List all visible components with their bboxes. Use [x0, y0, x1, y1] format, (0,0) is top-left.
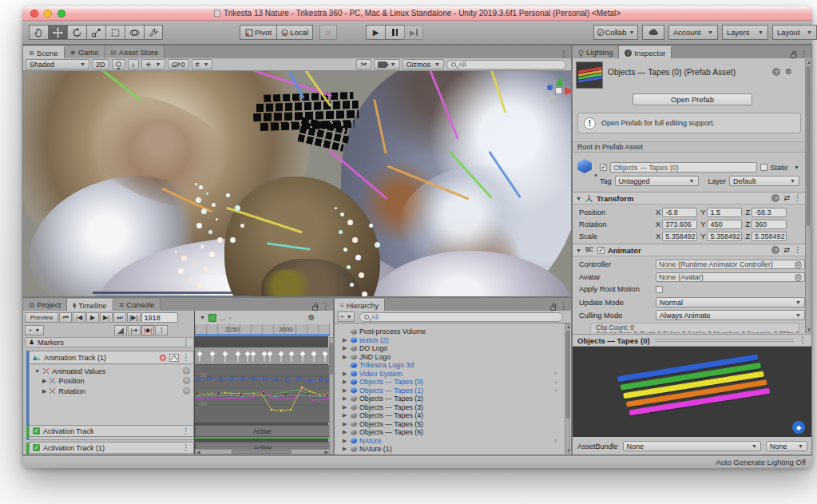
scale-tool-button[interactable] — [86, 25, 105, 40]
active-checkbox[interactable] — [600, 164, 607, 171]
tab-game[interactable]: ◉Game — [65, 46, 105, 58]
timeline-clip-name[interactable]: ... — [220, 314, 226, 322]
scale-y-input[interactable]: 5.358492 — [707, 232, 742, 241]
transform-component-header[interactable]: ▼ Transform ?⇄⋮ — [573, 192, 805, 204]
goto-end-button[interactable]: ⏭ — [113, 312, 126, 323]
step-button[interactable]: ▶ — [404, 25, 423, 40]
layers-dropdown[interactable]: Layers▼ — [722, 25, 768, 40]
track-menu-icon[interactable]: ⋮ — [182, 427, 190, 435]
gameobject-name-input[interactable]: Objects — Tapes (0) — [610, 162, 757, 173]
layout-dropdown[interactable]: Layout▼ — [772, 25, 817, 40]
marker-track-button[interactable]: ⊺ — [155, 325, 168, 335]
tab-project[interactable]: ▨Project — [23, 299, 67, 311]
move-tool-button[interactable] — [48, 25, 67, 40]
position-x-input[interactable]: -6.8 — [662, 208, 697, 217]
scene-effects-dropdown[interactable]: ✳▼ — [141, 59, 165, 69]
help-icon[interactable]: ? — [772, 68, 780, 76]
scale-x-input[interactable]: 5.358492 — [662, 232, 697, 241]
static-caret[interactable]: ▼ — [794, 165, 799, 170]
scene-visibility-toggle[interactable]: 0 — [168, 59, 189, 69]
gizmo-x-axis-icon[interactable] — [565, 87, 571, 95]
preview-drag-handle[interactable] — [655, 339, 794, 342]
curves-toggle-icon[interactable] — [169, 354, 179, 362]
tab-inspector[interactable]: iInspector — [619, 46, 672, 58]
hierarchy-item[interactable]: Trikestra Logo 3d — [335, 361, 565, 370]
hierarchy-item[interactable]: ▶NAture› — [335, 437, 565, 446]
keyframe-strip[interactable] — [195, 347, 330, 364]
object-picker-icon[interactable]: ⊙ — [795, 261, 802, 268]
hierarchy-scrollbar[interactable]: ▲ ▼ — [565, 323, 570, 454]
rotation-property-row[interactable]: ▶ Rotation ⊙ — [30, 386, 193, 396]
rect-tool-button[interactable] — [105, 25, 125, 40]
goto-start-button[interactable]: ⏮ — [59, 312, 72, 323]
timeline-play-button[interactable]: ▶ — [86, 312, 99, 323]
animated-values-row[interactable]: ▼ Animated Values ⊙ — [30, 365, 193, 375]
preview-menu-icon[interactable]: ⋮ — [799, 336, 807, 344]
foldout-closed-icon[interactable]: ▶ — [42, 388, 46, 395]
timeline-preview-button[interactable]: Preview — [25, 312, 58, 323]
hierarchy-item[interactable]: ▶Objects — Tapes (4) — [335, 411, 565, 420]
track-menu-icon[interactable]: ⋮ — [182, 354, 190, 362]
timeline-frame-input[interactable]: 1918 — [141, 312, 178, 323]
custom-tool-button[interactable] — [144, 25, 163, 40]
markers-row[interactable]: ♟ Markers ⋮ — [25, 337, 194, 347]
timeline-settings-gear-icon[interactable]: ⚙ — [307, 314, 315, 322]
collab-dropdown[interactable]: ✓ Collab▼ — [593, 25, 638, 40]
track-menu-icon[interactable]: ⋮ — [182, 444, 190, 452]
open-prefab-chevron-icon[interactable]: › — [554, 387, 557, 394]
scene-orientation-gizmo[interactable] — [541, 74, 571, 111]
gizmo-z-axis-icon[interactable] — [547, 85, 553, 90]
tab-hierarchy[interactable]: ≡Hierarchy — [335, 299, 385, 311]
markers-menu-icon[interactable]: ⋮ — [182, 339, 190, 347]
hierarchy-create-button[interactable]: + ▼ — [338, 312, 355, 322]
assetbundle-variant-dropdown[interactable]: None▼ — [766, 441, 807, 451]
hierarchy-item[interactable]: ▶JND Logo — [335, 353, 565, 362]
curve-toggle-icon[interactable]: ⊙ — [183, 367, 190, 375]
inspector-menu-icon[interactable]: ⋮ — [800, 50, 808, 58]
tab-scene[interactable]: ⊞Scene — [23, 46, 65, 58]
asset-labels-icon[interactable]: ◆ — [792, 421, 805, 434]
timeline-menu-icon[interactable]: ⋮ — [322, 303, 330, 311]
open-prefab-button[interactable]: Open Prefab — [633, 93, 752, 105]
position-property-row[interactable]: ▶ Position ⊙ — [30, 375, 193, 386]
curve-editor[interactable]: 50 -50 — [195, 365, 330, 423]
pivot-toggle-button[interactable]: Pivot — [240, 25, 276, 40]
hierarchy-item[interactable]: ▶Objects — Tapes (1)› — [335, 387, 565, 395]
open-prefab-chevron-icon[interactable]: › — [554, 437, 557, 444]
update-mode-dropdown[interactable]: Normal▼ — [656, 297, 805, 308]
inspector-scrollbar[interactable]: ▲ ▼ — [805, 59, 811, 333]
timeline-range-bar[interactable] — [195, 334, 330, 336]
tab-console[interactable]: ≣Console — [113, 299, 161, 311]
grid-visibility-dropdown[interactable]: #▼ — [192, 59, 213, 69]
timeline-add-button[interactable]: + ▼ — [25, 325, 44, 335]
scene-menu-icon[interactable]: ⋮ — [560, 50, 568, 58]
timeline-options-caret[interactable]: ▼ — [200, 315, 205, 320]
rotation-z-input[interactable]: 360 — [752, 220, 787, 229]
open-prefab-chevron-icon[interactable]: › — [554, 370, 557, 377]
animator-component-header[interactable]: ▼ Animator ?⇄⋮ — [573, 244, 805, 256]
hand-tool-button[interactable] — [29, 25, 48, 40]
apply-root-motion-checkbox[interactable] — [656, 286, 663, 293]
position-y-input[interactable]: 1.5 — [707, 208, 742, 217]
hierarchy-item[interactable]: ▶Objects — Tapes (2) — [335, 395, 565, 403]
layer-dropdown[interactable]: Default▼ — [729, 176, 799, 186]
gizmo-center-cube-icon[interactable] — [555, 87, 562, 94]
hierarchy-item[interactable]: ▶NAture (1) — [335, 445, 565, 454]
scene-search-input[interactable]: All — [446, 60, 566, 69]
gizmo-axis-gray-icon[interactable] — [546, 93, 557, 105]
hierarchy-item[interactable]: ▶DO Logo — [335, 344, 565, 353]
hierarchy-item[interactable]: ▶Objects — Tapes (3) — [335, 403, 565, 412]
animator-enabled-checkbox[interactable] — [597, 247, 605, 254]
foldout-open-icon[interactable]: ▼ — [576, 248, 581, 253]
play-range-button[interactable]: [▶] — [127, 312, 141, 323]
lock-icon[interactable] — [791, 54, 796, 58]
avatar-object-field[interactable]: None (Avatar)⊙ — [656, 272, 805, 282]
culling-mode-dropdown[interactable]: Always Animate▼ — [656, 310, 805, 320]
hierarchy-search-input[interactable]: All — [359, 312, 563, 322]
activation-track-header[interactable]: ✓ Activation Track ⋮ — [29, 425, 194, 437]
controller-object-field[interactable]: None (Runtime Animator Controller)⊙ — [656, 260, 805, 269]
foldout-closed-icon[interactable]: ▶ — [42, 378, 46, 384]
tab-lighting[interactable]: Lighting — [573, 46, 619, 58]
component-menu-icon[interactable]: ⋮ — [794, 194, 802, 202]
mix-mode-button[interactable] — [114, 325, 127, 335]
